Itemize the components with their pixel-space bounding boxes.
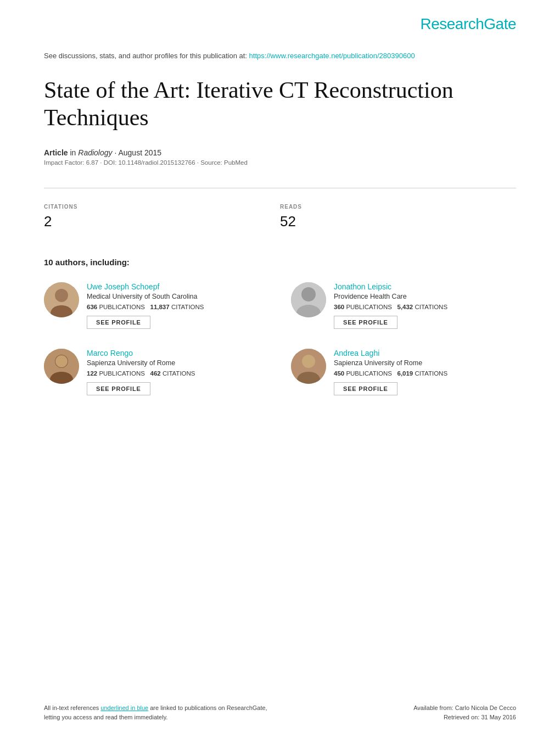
svg-point-1 bbox=[55, 289, 68, 302]
authors-grid: Uwe Joseph Schoepf Medical University of… bbox=[44, 282, 516, 395]
authors-including: , including: bbox=[86, 258, 130, 267]
avatar-laghi bbox=[291, 349, 326, 384]
avatar-schoepf bbox=[44, 282, 79, 317]
promo-link[interactable]: https://www.researchgate.net/publication… bbox=[249, 52, 415, 60]
avatar-rengo bbox=[44, 349, 79, 384]
svg-point-11 bbox=[302, 355, 315, 368]
footer-inline-link[interactable]: underlined in blue bbox=[100, 705, 148, 711]
article-type-label: Article bbox=[44, 148, 68, 157]
see-profile-button-rengo[interactable]: SEE PROFILE bbox=[87, 382, 150, 395]
footer-left-text1: All in-text references bbox=[44, 705, 100, 711]
rengo-cit-value: 462 bbox=[150, 370, 160, 377]
article-meta: Article in Radiology · August 2015 Impac… bbox=[44, 148, 516, 166]
rengo-pub-value: 122 bbox=[87, 370, 97, 377]
reads-label: READS bbox=[280, 204, 516, 210]
source-value: PubMed bbox=[224, 159, 248, 166]
schoepf-cit-value: 11,837 bbox=[150, 304, 169, 310]
see-profile-button-schoepf[interactable]: SEE PROFILE bbox=[87, 316, 150, 329]
laghi-cit-value: 6,019 bbox=[397, 370, 413, 377]
leipsic-pub-label: PUBLICATIONS bbox=[346, 304, 397, 310]
article-journal: Radiology bbox=[78, 148, 112, 157]
stats-row: CITATIONS 2 READS 52 bbox=[44, 204, 516, 230]
doi-label: DOI: bbox=[104, 159, 117, 166]
author-stats-schoepf: 636 PUBLICATIONS 11,837 CITATIONS bbox=[87, 304, 204, 310]
source-label: Source: bbox=[200, 159, 222, 166]
author-stats-laghi: 450 PUBLICATIONS 6,019 CITATIONS bbox=[334, 370, 447, 377]
divider bbox=[44, 188, 516, 188]
rengo-cit-label: CITATIONS bbox=[163, 370, 195, 377]
promo-text: See discussions, stats, and author profi… bbox=[44, 52, 249, 60]
author-info-schoepf: Uwe Joseph Schoepf Medical University of… bbox=[87, 282, 204, 329]
author-card-rengo: Marco Rengo Sapienza University of Rome … bbox=[44, 349, 269, 395]
meta-line2: Impact Factor: 6.87 · DOI: 10.1148/radio… bbox=[44, 159, 516, 166]
author-affiliation-rengo: Sapienza University of Rome bbox=[87, 359, 195, 367]
meta-line1: Article in Radiology · August 2015 bbox=[44, 148, 516, 157]
authors-heading: 10 authors, including: bbox=[44, 258, 516, 267]
laghi-cit-label: CITATIONS bbox=[415, 370, 447, 377]
avatar-leipsic bbox=[291, 282, 326, 317]
author-affiliation-schoepf: Medical University of South Carolina bbox=[87, 293, 204, 300]
impact-factor-label: Impact Factor: bbox=[44, 159, 85, 166]
impact-factor-value: 6.87 bbox=[86, 159, 98, 166]
reads-value: 52 bbox=[280, 213, 516, 230]
svg-point-9 bbox=[55, 355, 68, 367]
author-name-rengo[interactable]: Marco Rengo bbox=[87, 349, 195, 357]
footer-left: All in-text references underlined in blu… bbox=[44, 703, 267, 722]
footer-retrieved: Retrieved on: 31 May 2016 bbox=[413, 713, 516, 722]
article-date: August 2015 bbox=[118, 148, 161, 157]
footer: All in-text references underlined in blu… bbox=[44, 703, 516, 722]
see-profile-button-leipsic[interactable]: SEE PROFILE bbox=[334, 316, 397, 329]
rengo-pub-label: PUBLICATIONS bbox=[99, 370, 150, 377]
author-card-schoepf: Uwe Joseph Schoepf Medical University of… bbox=[44, 282, 269, 329]
author-info-rengo: Marco Rengo Sapienza University of Rome … bbox=[87, 349, 195, 395]
author-name-schoepf[interactable]: Uwe Joseph Schoepf bbox=[87, 282, 204, 291]
meta-in: in bbox=[70, 148, 78, 157]
footer-available: Available from: Carlo Nicola De Cecco bbox=[413, 703, 516, 713]
authors-count: 10 bbox=[44, 258, 53, 267]
author-stats-rengo: 122 PUBLICATIONS 462 CITATIONS bbox=[87, 370, 195, 377]
citations-value: 2 bbox=[44, 213, 280, 230]
leipsic-cit-label: CITATIONS bbox=[415, 304, 447, 310]
citations-label: CITATIONS bbox=[44, 204, 280, 210]
author-name-laghi[interactable]: Andrea Laghi bbox=[334, 349, 447, 357]
schoepf-cit-label: CITATIONS bbox=[171, 304, 204, 310]
author-stats-leipsic: 360 PUBLICATIONS 5,432 CITATIONS bbox=[334, 304, 447, 310]
svg-point-4 bbox=[301, 287, 316, 301]
author-card-laghi: Andrea Laghi Sapienza University of Rome… bbox=[291, 349, 516, 395]
header: ResearchGate bbox=[44, 0, 516, 46]
schoepf-pub-value: 636 bbox=[87, 304, 97, 310]
author-info-laghi: Andrea Laghi Sapienza University of Rome… bbox=[334, 349, 447, 395]
leipsic-cit-value: 5,432 bbox=[397, 304, 413, 310]
see-profile-button-laghi[interactable]: SEE PROFILE bbox=[334, 382, 397, 395]
footer-right: Available from: Carlo Nicola De Cecco Re… bbox=[413, 703, 516, 722]
author-info-leipsic: Jonathon Leipsic Providence Health Care … bbox=[334, 282, 447, 329]
laghi-pub-value: 450 bbox=[334, 370, 344, 377]
author-name-leipsic[interactable]: Jonathon Leipsic bbox=[334, 282, 447, 291]
researchgate-logo: ResearchGate bbox=[420, 15, 516, 33]
reads-stat: READS 52 bbox=[280, 204, 516, 230]
promo-bar: See discussions, stats, and author profi… bbox=[44, 52, 516, 60]
author-card-leipsic: Jonathon Leipsic Providence Health Care … bbox=[291, 282, 516, 329]
schoepf-pub-label: PUBLICATIONS bbox=[99, 304, 150, 310]
citations-stat: CITATIONS 2 bbox=[44, 204, 280, 230]
author-affiliation-leipsic: Providence Health Care bbox=[334, 293, 447, 300]
article-title: State of the Art: Iterative CT Reconstru… bbox=[44, 76, 516, 132]
author-affiliation-laghi: Sapienza University of Rome bbox=[334, 359, 447, 367]
doi-value: 10.1148/radiol.2015132766 bbox=[119, 159, 195, 166]
leipsic-pub-value: 360 bbox=[334, 304, 344, 310]
laghi-pub-label: PUBLICATIONS bbox=[346, 370, 397, 377]
authors-suffix: authors bbox=[55, 258, 86, 267]
